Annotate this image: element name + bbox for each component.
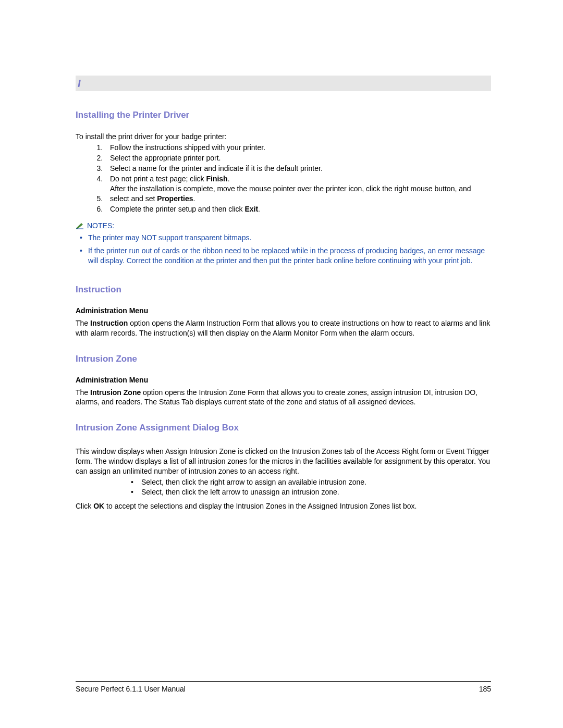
list-item: Do not print a test page; click Finish. [105, 174, 491, 184]
assignment-paragraph-2: Click OK to accept the selections and di… [76, 501, 491, 511]
list-item: Select, then click the left arrow to una… [128, 487, 491, 497]
intro-text: To install the print driver for your bad… [76, 132, 491, 142]
text: Select, then click the left arrow to una… [141, 488, 339, 496]
list-item: Select, then click the right arrow to as… [128, 477, 491, 487]
menu-label: Administration Menu [76, 306, 491, 315]
page: I Installing the Printer Driver To insta… [0, 0, 563, 728]
notes-label: NOTES: [87, 221, 114, 230]
note-text: If the printer run out of cards or the r… [88, 246, 485, 265]
step-text: Do not print a test page; click [110, 175, 206, 183]
list-item: Select a name for the printer and indica… [105, 164, 491, 174]
step-text: Select the appropriate printer port. [106, 153, 221, 163]
list-item: Complete the printer setup and then clic… [105, 204, 491, 214]
pencil-icon [76, 222, 84, 229]
text: option opens the Alarm Instruction Form … [76, 319, 490, 337]
step-text: Follow the instructions shipped with you… [106, 143, 265, 153]
step-text: Complete the printer setup and then clic… [110, 205, 244, 213]
step-bold: Properties [157, 194, 193, 203]
note-text: The printer may NOT support transparent … [88, 233, 251, 242]
notes-block: NOTES: The printer may NOT support trans… [76, 221, 491, 266]
text: to accept the selections and display the… [104, 502, 417, 510]
list-item: Follow the instructions shipped with you… [105, 143, 491, 153]
footer-manual-title: Secure Perfect 6.1.1 User Manual [76, 685, 186, 693]
heading-intrusion-zone: Intrusion Zone [76, 354, 491, 364]
instruction-paragraph: The Instruction option opens the Alarm I… [76, 318, 491, 338]
assignment-paragraph-1: This window displays when Assign Intrusi… [76, 447, 491, 476]
list-item: Select the appropriate printer port. [105, 153, 491, 163]
list-item: If the printer run out of cards or the r… [79, 246, 491, 266]
step-bold: Finish [206, 175, 227, 183]
text: The [76, 388, 90, 397]
footer-rule [76, 681, 491, 682]
step-text: . [228, 175, 230, 183]
footer-row: Secure Perfect 6.1.1 User Manual 185 [76, 685, 491, 693]
text: Click [76, 502, 93, 510]
list-item: After the installation is complete, move… [105, 184, 491, 204]
text-bold: OK [93, 502, 104, 510]
list-item: The printer may NOT support transparent … [79, 233, 491, 243]
arrow-actions-list: Select, then click the right arrow to as… [128, 477, 491, 497]
step-text: . [193, 194, 195, 203]
notes-header: NOTES: [76, 221, 491, 230]
step-bold: Exit [244, 205, 258, 213]
text-bold: Instruction [90, 319, 128, 327]
footer-page-number: 185 [479, 685, 491, 693]
menu-label: Administration Menu [76, 376, 491, 384]
heading-instruction: Instruction [76, 285, 491, 295]
step-text: . [258, 205, 260, 213]
intrusion-zone-paragraph: The Intrusion Zone option opens the Intr… [76, 388, 491, 408]
notes-list: The printer may NOT support transparent … [79, 233, 491, 266]
heading-installing-printer-driver: Installing the Printer Driver [76, 110, 491, 120]
text-bold: Intrusion Zone [90, 388, 141, 397]
text: Select, then click the right arrow to as… [141, 478, 366, 486]
install-steps-list: Follow the instructions shipped with you… [105, 143, 491, 214]
index-letter: I [78, 78, 81, 89]
step-text: Select a name for the printer and indica… [106, 164, 323, 174]
heading-intrusion-zone-assignment: Intrusion Zone Assignment Dialog Box [76, 423, 491, 433]
page-footer: Secure Perfect 6.1.1 User Manual 185 [76, 681, 491, 693]
text: The [76, 319, 90, 327]
index-letter-bar: I [76, 76, 491, 91]
